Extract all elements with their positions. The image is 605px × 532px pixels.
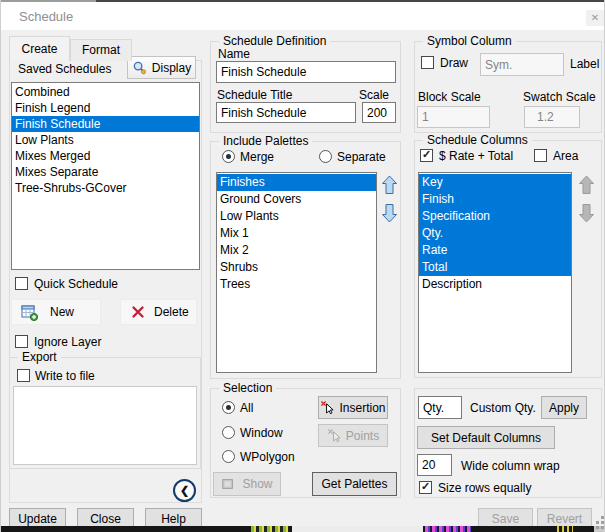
get-palettes-button-label: Get Palettes [321,477,387,491]
move-down-disabled-icon[interactable] [578,203,595,223]
apply-button[interactable]: Apply [541,396,587,419]
draw-checkbox[interactable] [421,56,434,69]
separate-radio[interactable] [319,150,332,163]
collapse-left-icon: ❮ [180,484,189,496]
close-icon[interactable]: ✕ [586,10,604,26]
new-schedule-icon [21,304,38,321]
list-item-selected[interactable]: Total [419,259,571,276]
list-item[interactable]: Low Plants [12,132,199,148]
custom-qty-input[interactable] [418,396,462,419]
list-item[interactable]: Combined [12,84,199,100]
columns-list: Key Finish Specification Qty. Rate Total… [418,172,572,373]
list-item[interactable]: Finish Legend [12,100,199,116]
resize-grip[interactable] [601,516,604,519]
delete-x-icon [131,305,145,319]
schedule-dialog: Schedule ✕ Format Create Saved Schedules… [0,0,605,532]
list-item-selected[interactable]: Key [419,174,571,191]
scale-label: Scale [359,88,389,102]
list-item[interactable]: Mixes Separate [12,164,199,180]
move-up-icon[interactable] [381,175,398,195]
write-to-file-checkbox[interactable] [17,369,30,382]
list-item-selected[interactable]: Qty. [419,225,571,242]
wpolygon-radio[interactable] [222,450,235,463]
list-item[interactable]: Low Plants [217,208,376,225]
wide-column-wrap-input[interactable] [417,454,452,476]
quick-schedule-label: Quick Schedule [34,277,118,291]
tab-format[interactable]: Format [70,39,132,61]
name-input[interactable] [216,61,396,83]
list-item-selected[interactable]: Finish Schedule [12,116,199,132]
write-to-file-label: Write to file [35,369,95,383]
list-item[interactable]: Mixes Merged [12,148,199,164]
move-down-icon[interactable] [381,203,398,223]
collapse-panel-button[interactable]: ❮ [173,479,196,502]
area-label: Area [553,149,578,163]
points-cursor-icon [327,428,342,443]
display-button[interactable]: Display [127,56,196,79]
size-rows-equally-checkbox[interactable] [419,481,432,494]
sym-input[interactable] [480,53,564,76]
scale-input[interactable] [362,102,396,123]
insertion-button[interactable]: Insertion [318,396,388,419]
all-radio-label: All [240,401,253,415]
magnifier-icon [132,60,147,75]
palettes-list: Finishes Ground Covers Low Plants Mix 1 … [216,172,377,373]
title-bar: Schedule ✕ [1,2,605,30]
insertion-button-label: Insertion [339,401,385,415]
schedule-title-input[interactable] [216,102,356,123]
merge-radio[interactable] [222,150,235,163]
saved-schedules-list: Combined Finish Legend Finish Schedule L… [11,82,200,270]
custom-qty-label: Custom Qty. [470,401,536,415]
points-button[interactable]: Points [318,424,388,447]
name-label: Name [218,47,250,61]
area-checkbox[interactable] [534,149,547,162]
set-default-columns-button[interactable]: Set Default Columns [417,426,555,449]
list-item-selected[interactable]: Specification [419,208,571,225]
tab-create[interactable]: Create [9,36,70,61]
list-item-selected[interactable]: Finish [419,191,571,208]
rate-total-label: $ Rate + Total [439,149,513,163]
rate-total-checkbox[interactable] [420,149,433,162]
help-button-label: Help [161,512,186,526]
delete-button[interactable]: Delete [120,299,197,325]
symbol-column-label: Symbol Column [423,34,516,48]
list-item[interactable]: Mix 1 [217,225,376,242]
set-default-columns-label: Set Default Columns [431,431,541,445]
tab-format-label: Format [82,43,120,57]
list-item-selected[interactable]: Finishes [217,174,376,191]
export-file-box [13,386,197,465]
quick-schedule-checkbox[interactable] [15,277,28,290]
list-item[interactable]: Trees [217,276,376,293]
background-app-strip [1,526,605,532]
revert-button-label: Revert [547,512,582,526]
block-scale-input[interactable] [417,106,490,128]
list-item[interactable]: Mix 2 [217,242,376,259]
export-group-label: Export [18,350,61,364]
all-radio[interactable] [222,401,235,414]
merge-radio-label: Merge [240,150,274,164]
show-button-label: Show [242,477,272,491]
insertion-cursor-icon [320,400,335,415]
window-radio[interactable] [222,426,235,439]
list-item[interactable]: Tree-Shrubs-GCover [12,180,199,196]
save-button-label: Save [492,512,519,526]
block-scale-label: Block Scale [418,90,481,104]
saved-schedules-label: Saved Schedules [18,62,111,76]
new-button[interactable]: New [11,299,101,325]
ignore-layer-checkbox[interactable] [15,335,28,348]
ignore-layer-label: Ignore Layer [34,335,101,349]
get-palettes-button[interactable]: Get Palettes [312,472,397,496]
show-button[interactable]: Show [213,472,281,496]
list-item[interactable]: Description [419,276,571,293]
selection-group-label: Selection [219,381,276,395]
close-button-label: Close [90,512,121,526]
schedule-columns-label: Schedule Columns [423,133,532,147]
swatch-scale-input[interactable] [524,106,580,128]
move-up-disabled-icon[interactable] [578,175,595,195]
separate-radio-label: Separate [337,150,386,164]
wpolygon-radio-label: WPolygon [240,450,295,464]
wide-column-wrap-label: Wide column wrap [461,459,560,473]
list-item[interactable]: Ground Covers [217,191,376,208]
list-item-selected[interactable]: Rate [419,242,571,259]
list-item[interactable]: Shrubs [217,259,376,276]
